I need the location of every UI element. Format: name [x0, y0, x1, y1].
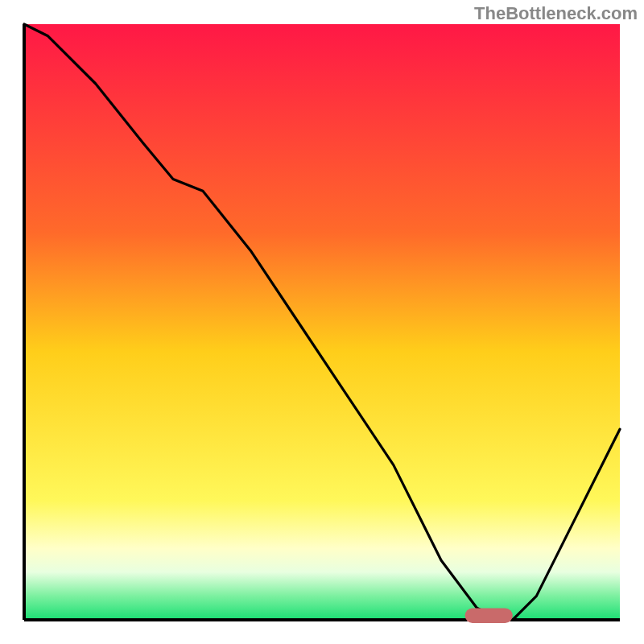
watermark-text: TheBottleneck.com: [474, 3, 638, 24]
bottleneck-chart: [0, 0, 644, 644]
optimal-marker: [465, 609, 513, 624]
plot-background: [24, 24, 620, 620]
chart-container: TheBottleneck.com: [0, 0, 644, 644]
